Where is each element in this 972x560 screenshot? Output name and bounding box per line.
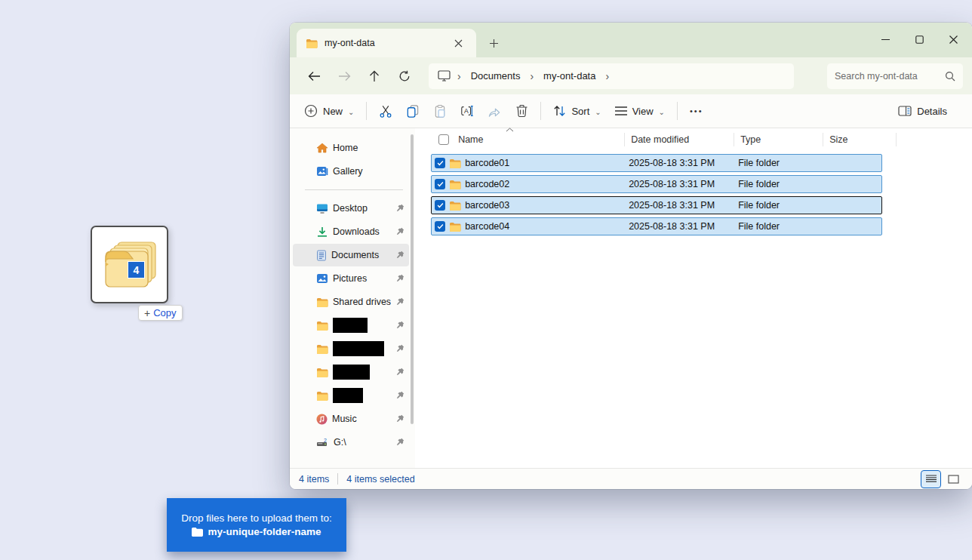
list-header: Name Date modified Type Size [431,130,972,149]
home-icon [316,143,328,153]
sidebar-item-redacted[interactable] [293,337,409,360]
drag-ghost[interactable]: 4 [91,226,168,303]
search-icon[interactable] [945,71,955,82]
rename-icon[interactable]: A [454,97,481,125]
view-button[interactable]: View ⌄ [608,97,672,125]
pin-icon [395,227,404,236]
sidebar-item-desktop[interactable]: Desktop [293,197,409,220]
sidebar-item-downloads[interactable]: Downloads [293,220,409,243]
file-type: File folder [731,200,820,211]
table-row-barcode01[interactable]: barcode01 2025-08-18 3:31 PM File folder [431,154,882,172]
search-input[interactable] [835,71,945,82]
breadcrumb-my-ont-data[interactable]: my-ont-data [540,69,598,83]
folder-icon [316,321,328,331]
file-type: File folder [731,221,820,232]
sidebar-item-redacted[interactable] [293,361,409,383]
window-controls [869,23,970,56]
sidebar-item-label: Music [332,414,391,424]
drop-zone-banner[interactable]: Drop files here to upload them to: my-un… [167,498,346,552]
breadcrumb-documents[interactable]: Documents [468,69,524,83]
copy-action-chip: + Copy [138,305,183,321]
column-header-date-modified[interactable]: Date modified [625,133,734,146]
more-options-icon[interactable]: ••• [683,97,710,125]
sidebar-item-label: Home [333,143,404,153]
sidebar-item-shared-drives[interactable]: Shared drives [293,291,409,313]
chevron-down-icon: ⌄ [595,108,601,116]
sort-ascending-caret-icon [506,128,514,132]
select-all-checkbox[interactable] [438,134,449,145]
file-type: File folder [731,158,820,168]
sidebar-item-music[interactable]: Music [293,408,409,430]
cut-icon[interactable] [372,97,399,125]
sidebar-item-g-drive[interactable]: 2 G:\ [293,431,409,454]
copy-action-label: Copy [153,307,176,318]
copy-icon[interactable] [399,97,426,125]
sidebar-item-redacted[interactable] [293,384,409,407]
maximize-icon[interactable] [903,23,937,56]
file-name: barcode01 [465,158,509,168]
divider [366,102,367,120]
drag-count-badge: 4 [128,261,145,278]
sidebar-scrollbar[interactable] [411,134,414,424]
sort-arrows-icon [553,105,566,117]
pin-icon [395,204,404,213]
sidebar-item-label: Gallery [333,166,404,177]
folder-icon [449,158,461,168]
drop-instruction: Drop files here to upload them to: [181,512,332,524]
table-row-barcode04[interactable]: barcode04 2025-08-18 3:31 PM File folder [431,217,882,235]
table-row-barcode03[interactable]: barcode03 2025-08-18 3:31 PM File folder [431,196,882,214]
chevron-down-icon: ⌄ [659,108,665,116]
thumbnail-view-toggle-icon[interactable] [944,471,963,488]
row-checkbox-checked[interactable] [435,221,445,232]
close-icon[interactable] [937,23,970,56]
tab-my-ont-data[interactable]: my-ont-data [297,29,476,57]
file-name: barcode03 [465,200,509,211]
search-box [827,63,963,89]
pin-icon [395,251,404,260]
tab-close-icon[interactable] [449,34,467,52]
sidebar-item-label: G:\ [334,437,391,448]
details-button[interactable]: Details [891,97,954,125]
sidebar-item-gallery[interactable]: Gallery [293,160,409,183]
refresh-icon[interactable] [389,63,420,90]
divider [337,473,338,485]
file-date: 2025-08-18 3:31 PM [622,158,731,168]
sidebar-item-home[interactable]: Home [293,137,409,159]
column-header-size[interactable]: Size [823,133,897,146]
file-explorer-window: my-ont-data [290,23,972,489]
chevron-right-icon: › [604,71,611,82]
sidebar-item-label: Downloads [333,226,391,237]
row-checkbox-checked[interactable] [435,158,445,168]
sidebar-item-documents[interactable]: Documents [293,244,409,266]
file-rows: barcode01 2025-08-18 3:31 PM File folder… [431,154,972,235]
sort-button[interactable]: Sort ⌄ [546,97,608,125]
this-pc-icon[interactable] [438,70,451,82]
row-checkbox-checked[interactable] [435,179,445,189]
svg-text:A: A [464,107,469,115]
file-date: 2025-08-18 3:31 PM [622,221,731,232]
column-header-type[interactable]: Type [734,133,823,146]
sidebar-item-redacted[interactable] [293,314,409,337]
plus-circle-icon [304,104,318,118]
folder-icon [316,344,328,354]
up-icon[interactable] [359,63,389,90]
folder-icon [449,180,461,189]
new-tab-button[interactable] [482,32,505,54]
table-row-barcode02[interactable]: barcode02 2025-08-18 3:31 PM File folder [431,175,882,193]
pin-icon [395,321,404,330]
status-bar: 4 items 4 items selected [290,468,972,489]
forward-icon[interactable] [329,63,359,90]
back-icon[interactable] [299,63,329,90]
share-icon[interactable] [481,97,508,125]
desktop-icon [316,203,328,214]
pin-icon [395,438,404,447]
sidebar-item-pictures[interactable]: Pictures [293,267,409,290]
folder-icon [192,528,203,537]
details-view-toggle-icon[interactable] [921,471,940,488]
column-header-name[interactable]: Name [431,133,625,146]
delete-icon[interactable] [508,97,535,125]
paste-icon[interactable] [426,97,454,125]
row-checkbox-checked[interactable] [435,200,445,211]
minimize-icon[interactable] [869,23,903,56]
new-button[interactable]: New ⌄ [297,97,361,125]
